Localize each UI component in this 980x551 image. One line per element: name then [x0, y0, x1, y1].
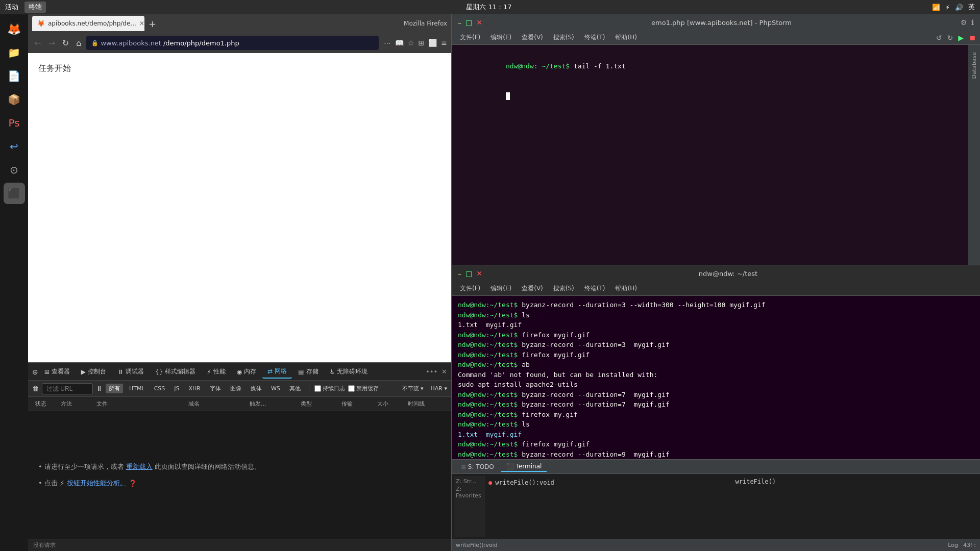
phpstorm-run-icon[interactable]: ▶ — [958, 34, 964, 42]
sidebar-icon-text[interactable]: 📄 — [4, 65, 25, 87]
terminal-prompt-dollar: $ — [566, 62, 570, 70]
menu-view[interactable]: 查看(V) — [518, 31, 547, 44]
devtools-dots-icon[interactable]: ••• — [426, 368, 437, 375]
filter-media-btn[interactable]: 媒体 — [248, 384, 265, 393]
filter-all-btn[interactable]: 所有 — [106, 384, 123, 393]
sidebar-icon-circle[interactable]: ⊙ — [4, 159, 25, 181]
devtools-tab-storage[interactable]: ▤ 存储 — [293, 365, 323, 378]
term-menu-help[interactable]: 帮助(H) — [611, 282, 641, 295]
perf-btn-icon[interactable]: ⚡ — [60, 479, 65, 487]
persist-log-input[interactable] — [314, 385, 321, 392]
settings-icon[interactable]: ⚙ — [961, 18, 967, 27]
info-icon[interactable]: ℹ — [971, 18, 974, 27]
terminal-close-btn[interactable]: ✕ — [476, 269, 482, 278]
filter-url-input[interactable] — [42, 383, 93, 394]
browser-tab-active[interactable]: 🦊 apibooks.net/demo/php/de... ✕ — [32, 16, 144, 31]
debugger-icon: ⏸ — [117, 368, 124, 375]
sidebar-icon-terminal[interactable]: ⬛ — [4, 183, 25, 204]
menu-edit[interactable]: 编辑(E) — [486, 31, 516, 44]
favorites-tab[interactable]: Z: Favorites — [456, 486, 482, 499]
fullscreen-icon[interactable]: ⬜ — [428, 39, 437, 47]
phpstorm-stop-icon[interactable]: ⏹ — [969, 34, 976, 42]
phpstorm-maximize-btn[interactable]: □ — [465, 18, 472, 27]
term-menu-edit[interactable]: 编辑(E) — [486, 282, 516, 295]
throttle-select[interactable]: 不节流 ▾ — [399, 384, 427, 393]
devtools-tab-network[interactable]: ⇄ 网络 — [262, 365, 292, 379]
persist-log-checkbox[interactable]: 持续日志 — [314, 385, 345, 392]
phpstorm-redo-icon[interactable]: ↻ — [947, 34, 953, 42]
disable-cache-input[interactable] — [348, 385, 355, 392]
terminal-cmd-1: tail -f 1.txt — [574, 62, 626, 70]
term-menu-search[interactable]: 搜索(S) — [549, 282, 578, 295]
term-menu-view[interactable]: 查看(V) — [518, 282, 547, 295]
sidebar-icon-package[interactable]: 📦 — [4, 89, 25, 110]
menu-icon[interactable]: ≡ — [441, 39, 447, 47]
address-bar[interactable]: 🔒 www.apibooks.net/demo/php/demo1.php — [86, 36, 379, 50]
menu-file[interactable]: 文件(F) — [456, 31, 484, 44]
bookmark-icon[interactable]: ☆ — [408, 39, 414, 47]
filter-image-btn[interactable]: 图像 — [227, 384, 244, 393]
devtools-close-icon[interactable]: ✕ — [442, 368, 447, 375]
sidebar-icon-ps[interactable]: Ps — [4, 112, 25, 134]
system-bar-right: 📶 ⚡ 🔊 英 — [932, 3, 975, 12]
filter-font-btn[interactable]: 字体 — [207, 384, 224, 393]
phpstorm-terminal-content[interactable]: ndw@ndw: ~/test$ tail -f 1.txt — [452, 45, 968, 265]
filter-ws-btn[interactable]: WS — [268, 384, 283, 393]
bottom-tab-terminal[interactable]: ⬛ Terminal — [501, 462, 547, 472]
devtools-tab-inspector[interactable]: ⊞ 查看器 — [39, 365, 75, 378]
phpstorm-minimize-btn[interactable]: – — [458, 18, 461, 27]
bottom-tab-todo[interactable]: ≡ S: TODO — [456, 462, 499, 471]
har-menu-btn[interactable]: HAR ▾ — [431, 385, 447, 392]
more-tools-icon[interactable]: ⋯ — [384, 39, 391, 47]
refresh-button[interactable]: ↻ — [60, 36, 71, 50]
forward-button[interactable]: → — [46, 36, 57, 50]
filter-js-btn[interactable]: JS — [171, 384, 182, 393]
menu-search[interactable]: 搜索(S) — [549, 31, 578, 44]
devtools-tab-style[interactable]: {} 样式编辑器 — [150, 365, 201, 378]
pause-icon[interactable]: ⏸ — [96, 385, 103, 392]
sidebar-icon-arrow[interactable]: ↩ — [4, 136, 25, 157]
terminal-label[interactable]: 终端 — [24, 2, 46, 13]
filter-other-btn[interactable]: 其他 — [286, 384, 304, 393]
back-button[interactable]: ← — [32, 36, 43, 50]
devtools-tab-console[interactable]: ▶ 控制台 — [76, 365, 111, 378]
filter-html-btn[interactable]: HTML — [126, 384, 148, 393]
tab-close-button[interactable]: ✕ — [139, 20, 144, 27]
terminal-maximize-btn[interactable]: □ — [465, 269, 472, 278]
terminal-main-content[interactable]: ndw@ndw:~/test$ byzanz-record --duration… — [452, 296, 980, 459]
lock-icon: 🔒 — [91, 40, 99, 46]
filter-css-btn[interactable]: CSS — [151, 384, 168, 393]
home-button[interactable]: ⌂ — [74, 36, 83, 50]
reload-link[interactable]: 重新载入 — [126, 462, 153, 471]
new-tab-button[interactable]: + — [149, 18, 156, 29]
term-line-17: 1.txt mygif.gif — [458, 430, 974, 440]
disable-cache-checkbox[interactable]: 禁用缓存 — [348, 385, 379, 392]
devtools-tab-perf[interactable]: ⚡ 性能 — [202, 365, 230, 378]
str-tab[interactable]: Z: Str... — [456, 478, 482, 485]
term-menu-file[interactable]: 文件(F) — [456, 282, 484, 295]
term-menu-terminal[interactable]: 终端(T) — [580, 282, 609, 295]
clear-icon[interactable]: 🗑 — [32, 385, 39, 392]
devtools-pick-icon[interactable]: ⊕ — [32, 368, 38, 376]
sidebar-toggle-icon[interactable]: ⊞ — [419, 39, 425, 47]
devtools-tab-memory[interactable]: ◉ 内存 — [232, 365, 261, 378]
devtools-tab-a11y[interactable]: ♿ 无障碍环境 — [325, 365, 373, 378]
help-icon[interactable]: ❓ — [129, 480, 137, 487]
status-log-label[interactable]: Log — [948, 542, 958, 548]
sidebar-icon-firefox[interactable]: 🦊 — [4, 18, 25, 40]
terminal-minimize-btn[interactable]: – — [458, 269, 461, 278]
menu-help[interactable]: 帮助(H) — [611, 31, 641, 44]
vtab-database[interactable]: Database — [969, 49, 979, 82]
reader-mode-icon[interactable]: 📖 — [395, 39, 404, 47]
activities-label[interactable]: 活动 — [5, 3, 18, 12]
filter-xhr-btn[interactable]: XHR — [186, 384, 204, 393]
phpstorm-close-btn[interactable]: ✕ — [476, 18, 482, 27]
lang-label[interactable]: 英 — [968, 3, 975, 12]
console-label: 控制台 — [88, 367, 106, 376]
sidebar-icon-files[interactable]: 📁 — [4, 42, 25, 63]
perf-icon: ⚡ — [207, 368, 211, 375]
devtools-tab-debugger[interactable]: ⏸ 调试器 — [112, 365, 149, 378]
phpstorm-undo-icon[interactable]: ↺ — [936, 34, 942, 42]
menu-terminal[interactable]: 终端(T) — [580, 31, 609, 44]
perf-analysis-link[interactable]: 按钮开始性能分析。 — [67, 479, 127, 488]
